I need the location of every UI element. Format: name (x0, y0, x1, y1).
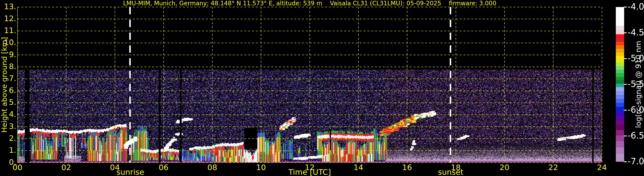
y-tick-label: 8. (0, 63, 16, 71)
x-tick-label: 12 (297, 164, 322, 171)
y-tick-label: 9. (0, 51, 16, 59)
colorbar-tick-label: -6.0 (628, 105, 644, 114)
x-tick-label: 02 (54, 164, 79, 171)
y-tick-label: 1. (0, 146, 16, 155)
colorbar-tick-label: -6.5 (628, 131, 644, 140)
colorbar-tick-label: -5.0 (628, 54, 644, 62)
y-tick-label: 6. (0, 87, 16, 95)
y-tick-label: 12. (0, 15, 16, 23)
x-tick-label: 22 (540, 164, 566, 171)
colorbar-tick-label: -4.0 (628, 2, 644, 11)
y-tick-label: 10. (0, 39, 16, 47)
x-tick-label: 14 (346, 164, 371, 171)
x-tick-label: 06 (151, 164, 176, 171)
ceilometer-quicklook: LMU-MIM, Munich, Germany; 48.148° N 11.5… (0, 0, 644, 176)
x-tick-label: 00 (5, 164, 30, 171)
y-tick-label: 2. (0, 134, 16, 143)
y-tick-label: 11. (0, 27, 16, 35)
y-tick-label: 5. (0, 98, 16, 107)
y-tick-label: 13. (0, 3, 16, 11)
colorbar-tick-label: -7.0 (628, 157, 644, 166)
page-title: LMU-MIM, Munich, Germany; 48.148° N 11.5… (18, 0, 602, 6)
x-tick-label: 24 (589, 164, 615, 171)
y-tick-label: 7. (0, 75, 16, 83)
x-tick-label: 08 (200, 164, 225, 171)
y-tick-label: 3. (0, 122, 16, 131)
colorbar-tick-label: -4.5 (628, 28, 644, 37)
backscatter-heatmap-canvas (0, 0, 644, 176)
x-tick-label: 20 (492, 164, 517, 171)
colorbar-tick-label: -5.5 (628, 80, 644, 88)
y-tick-label: 4. (0, 110, 16, 119)
x-tick-label: 10 (248, 164, 274, 171)
x-tick-label: 18 (443, 164, 469, 171)
x-tick-label: 04 (102, 164, 128, 171)
x-tick-label: 16 (394, 164, 420, 171)
